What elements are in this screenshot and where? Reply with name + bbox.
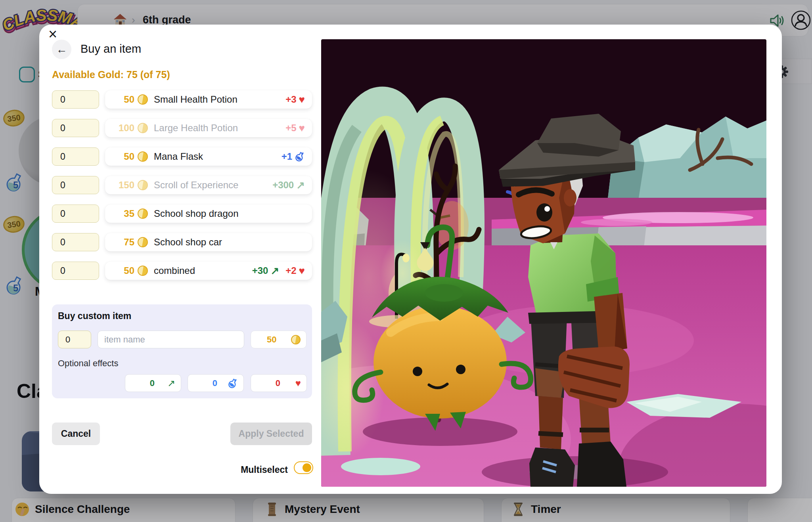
mana-flask-icon xyxy=(295,151,305,162)
modal-title: Buy an item xyxy=(80,42,141,55)
custom-price-value: 50 xyxy=(267,335,276,345)
item-row-mana-flask: 50 Mana Flask +1 xyxy=(52,147,312,166)
heart-icon: ♥ xyxy=(299,123,305,133)
item-pill[interactable]: 50 Mana Flask +1 xyxy=(105,147,312,166)
quantity-input[interactable] xyxy=(52,176,99,194)
buy-custom-item-section: Buy custom item 50 Optional effects ↗ ♥ xyxy=(52,304,312,398)
item-name: Scroll of Experience xyxy=(154,180,238,191)
coin-icon xyxy=(138,94,148,105)
quantity-input[interactable] xyxy=(52,147,99,166)
item-price: 35 xyxy=(111,208,134,219)
xp-arrow-icon: ↗ xyxy=(167,379,175,388)
item-name: Mana Flask xyxy=(154,151,203,162)
health-effect-input[interactable] xyxy=(257,378,280,388)
item-pill[interactable]: 150 Scroll of Experience +300↗ xyxy=(105,176,312,194)
item-name: Small Health Potion xyxy=(154,94,237,105)
cancel-button[interactable]: Cancel xyxy=(52,423,100,445)
optional-effects-label: Optional effects xyxy=(58,358,118,369)
item-row-large-health-potion: 100 Large Health Potion +5♥ xyxy=(52,119,312,137)
quantity-input[interactable] xyxy=(52,90,99,109)
custom-health-effect: ♥ xyxy=(251,374,307,392)
item-price: 50 xyxy=(111,94,134,105)
item-price: 100 xyxy=(111,122,134,134)
item-pill[interactable]: 50 Small Health Potion +3♥ xyxy=(105,90,312,109)
custom-mana-effect xyxy=(188,374,244,392)
item-name: Large Health Potion xyxy=(154,122,238,134)
quantity-input[interactable] xyxy=(52,233,99,251)
coin-icon xyxy=(138,208,148,219)
item-pill[interactable]: 75 School shop car xyxy=(105,233,312,251)
heart-icon: ♥ xyxy=(295,379,301,388)
heart-icon: ♥ xyxy=(299,266,305,276)
item-row-school-shop-car: 75 School shop car xyxy=(52,233,312,251)
game-scene xyxy=(321,39,766,487)
custom-quantity-input[interactable] xyxy=(58,331,91,348)
item-pill[interactable]: 35 School shop dragon xyxy=(105,205,312,223)
effect-value: +30 xyxy=(252,265,268,276)
apply-selected-button[interactable]: Apply Selected xyxy=(230,423,312,445)
quantity-input[interactable] xyxy=(52,119,99,137)
item-name: School shop car xyxy=(154,237,222,248)
item-row-small-health-potion: 50 Small Health Potion +3♥ xyxy=(52,90,312,109)
back-arrow-icon: ← xyxy=(56,43,67,56)
item-pill[interactable]: 50 combined +30↗ +2♥ xyxy=(105,262,312,280)
item-price: 50 xyxy=(111,265,134,276)
item-price: 150 xyxy=(111,180,134,191)
coin-icon xyxy=(138,237,148,247)
buy-item-modal: × ← Buy an item Available Gold: 75 (of 7… xyxy=(39,25,782,494)
item-price: 75 xyxy=(111,237,134,248)
item-row-school-shop-dragon: 35 School shop dragon xyxy=(52,205,312,223)
effect-value: +300 xyxy=(272,180,294,191)
item-name: School shop dragon xyxy=(154,208,239,219)
multiselect-toggle[interactable] xyxy=(294,461,313,474)
quantity-input[interactable] xyxy=(52,205,99,223)
custom-price-display: 50 xyxy=(251,331,306,348)
item-pill[interactable]: 100 Large Health Potion +5♥ xyxy=(105,119,312,137)
coin-icon xyxy=(138,266,148,276)
item-row-combined: 50 combined +30↗ +2♥ xyxy=(52,262,312,280)
xp-arrow-icon: ↗ xyxy=(296,180,305,190)
back-button[interactable]: ← xyxy=(52,40,71,59)
effect-value: +3 xyxy=(285,94,296,105)
item-list: 50 Small Health Potion +3♥ 100 Large Hea… xyxy=(52,90,312,280)
item-row-scroll-of-experience: 150 Scroll of Experience +300↗ xyxy=(52,176,312,194)
effect-value: +1 xyxy=(282,151,292,162)
effect-value: +2 xyxy=(285,265,296,276)
effect-value: +5 xyxy=(285,122,296,134)
mana-flask-icon xyxy=(228,378,238,388)
available-gold: Available Gold: 75 (of 75) xyxy=(52,69,170,80)
coin-icon xyxy=(138,151,148,162)
heart-icon: ♥ xyxy=(299,94,305,105)
mana-effect-input[interactable] xyxy=(193,378,217,388)
coin-icon xyxy=(291,335,301,344)
custom-xp-effect: ↗ xyxy=(125,374,181,392)
coin-icon xyxy=(138,123,148,133)
toggle-knob xyxy=(303,463,311,472)
custom-item-name-input[interactable] xyxy=(98,331,244,348)
xp-effect-input[interactable] xyxy=(131,378,155,388)
item-name: combined xyxy=(154,265,195,276)
quantity-input[interactable] xyxy=(52,262,99,280)
item-price: 50 xyxy=(111,151,134,162)
coin-icon xyxy=(138,180,148,190)
multiselect-label: Multiselect xyxy=(190,465,288,475)
xp-arrow-icon: ↗ xyxy=(270,266,279,276)
custom-item-heading: Buy custom item xyxy=(58,311,131,321)
